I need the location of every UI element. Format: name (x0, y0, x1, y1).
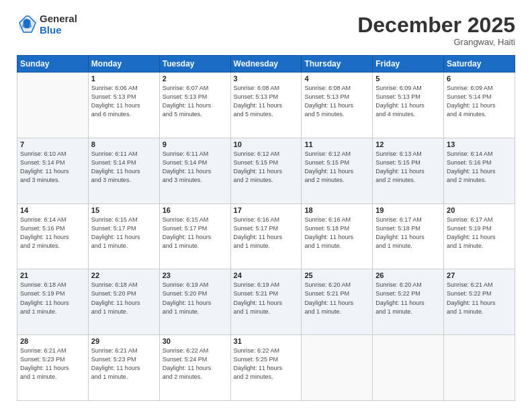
day-info: Sunrise: 6:09 AM Sunset: 5:14 PM Dayligh… (447, 84, 512, 119)
calendar-cell: 23Sunrise: 6:19 AM Sunset: 5:20 PM Dayli… (159, 269, 230, 335)
calendar-cell: 24Sunrise: 6:19 AM Sunset: 5:21 PM Dayli… (230, 269, 302, 335)
calendar-week-4: 21Sunrise: 6:18 AM Sunset: 5:19 PM Dayli… (17, 269, 515, 335)
day-info: Sunrise: 6:07 AM Sunset: 5:13 PM Dayligh… (163, 84, 228, 119)
calendar-cell: 25Sunrise: 6:20 AM Sunset: 5:21 PM Dayli… (302, 269, 373, 335)
calendar-cell: 1Sunrise: 6:06 AM Sunset: 5:13 PM Daylig… (88, 73, 159, 138)
col-wednesday: Wednesday (230, 56, 302, 73)
logo-icon (17, 15, 37, 35)
day-info: Sunrise: 6:15 AM Sunset: 5:17 PM Dayligh… (91, 216, 157, 250)
day-info: Sunrise: 6:21 AM Sunset: 5:22 PM Dayligh… (447, 281, 512, 316)
calendar-week-2: 7Sunrise: 6:10 AM Sunset: 5:14 PM Daylig… (17, 138, 515, 203)
day-info: Sunrise: 6:21 AM Sunset: 5:23 PM Dayligh… (20, 347, 85, 381)
calendar-cell: 8Sunrise: 6:11 AM Sunset: 5:14 PM Daylig… (88, 138, 159, 203)
day-number: 10 (234, 140, 299, 148)
day-number: 18 (304, 206, 369, 214)
day-number: 5 (375, 75, 441, 83)
day-number: 15 (91, 206, 157, 214)
calendar-cell: 19Sunrise: 6:17 AM Sunset: 5:18 PM Dayli… (373, 203, 444, 269)
day-number: 3 (234, 75, 299, 83)
calendar-cell: 12Sunrise: 6:13 AM Sunset: 5:15 PM Dayli… (373, 138, 444, 203)
day-info: Sunrise: 6:17 AM Sunset: 5:19 PM Dayligh… (447, 216, 512, 250)
logo-general-text: General (40, 13, 77, 25)
calendar-week-5: 28Sunrise: 6:21 AM Sunset: 5:23 PM Dayli… (17, 335, 515, 401)
day-info: Sunrise: 6:18 AM Sunset: 5:19 PM Dayligh… (20, 281, 85, 316)
day-number: 31 (234, 337, 299, 345)
calendar-cell: 2Sunrise: 6:07 AM Sunset: 5:13 PM Daylig… (159, 73, 230, 138)
day-info: Sunrise: 6:11 AM Sunset: 5:14 PM Dayligh… (91, 150, 157, 185)
day-info: Sunrise: 6:20 AM Sunset: 5:21 PM Dayligh… (304, 281, 369, 316)
day-info: Sunrise: 6:18 AM Sunset: 5:20 PM Dayligh… (91, 281, 157, 316)
day-info: Sunrise: 6:12 AM Sunset: 5:15 PM Dayligh… (234, 150, 299, 185)
calendar-cell: 14Sunrise: 6:14 AM Sunset: 5:16 PM Dayli… (17, 203, 89, 269)
day-info: Sunrise: 6:16 AM Sunset: 5:17 PM Dayligh… (234, 216, 299, 250)
day-number: 24 (234, 271, 299, 279)
calendar-cell: 4Sunrise: 6:08 AM Sunset: 5:13 PM Daylig… (302, 73, 373, 138)
day-info: Sunrise: 6:22 AM Sunset: 5:24 PM Dayligh… (163, 347, 228, 381)
day-info: Sunrise: 6:13 AM Sunset: 5:15 PM Dayligh… (375, 150, 441, 185)
day-number: 25 (304, 271, 369, 279)
month-title: December 2025 (357, 13, 515, 37)
day-number: 2 (163, 75, 228, 83)
calendar-cell: 29Sunrise: 6:21 AM Sunset: 5:23 PM Dayli… (88, 335, 159, 401)
calendar-cell: 22Sunrise: 6:18 AM Sunset: 5:20 PM Dayli… (88, 269, 159, 335)
day-number: 19 (375, 206, 441, 214)
col-thursday: Thursday (302, 56, 373, 73)
calendar-cell (444, 335, 515, 401)
calendar-cell: 11Sunrise: 6:12 AM Sunset: 5:15 PM Dayli… (302, 138, 373, 203)
day-info: Sunrise: 6:06 AM Sunset: 5:13 PM Dayligh… (91, 84, 157, 119)
day-info: Sunrise: 6:20 AM Sunset: 5:22 PM Dayligh… (375, 281, 441, 316)
col-sunday: Sunday (17, 56, 89, 73)
day-number: 16 (163, 206, 228, 214)
calendar-cell: 9Sunrise: 6:11 AM Sunset: 5:14 PM Daylig… (159, 138, 230, 203)
day-number: 17 (234, 206, 299, 214)
day-number: 11 (304, 140, 369, 148)
day-info: Sunrise: 6:15 AM Sunset: 5:17 PM Dayligh… (163, 216, 228, 250)
calendar-cell: 16Sunrise: 6:15 AM Sunset: 5:17 PM Dayli… (159, 203, 230, 269)
day-number: 6 (447, 75, 512, 83)
location-subtitle: Grangwav, Haiti (357, 37, 515, 47)
day-info: Sunrise: 6:21 AM Sunset: 5:23 PM Dayligh… (91, 347, 157, 381)
calendar-cell (373, 335, 444, 401)
day-info: Sunrise: 6:08 AM Sunset: 5:13 PM Dayligh… (234, 84, 299, 119)
col-monday: Monday (88, 56, 159, 73)
day-number: 8 (91, 140, 157, 148)
page: General Blue December 2025 Grangwav, Hai… (0, 0, 532, 411)
day-info: Sunrise: 6:10 AM Sunset: 5:14 PM Dayligh… (20, 150, 85, 185)
day-number: 12 (375, 140, 441, 148)
calendar-cell: 3Sunrise: 6:08 AM Sunset: 5:13 PM Daylig… (230, 73, 302, 138)
calendar-cell: 26Sunrise: 6:20 AM Sunset: 5:22 PM Dayli… (373, 269, 444, 335)
day-number: 20 (447, 206, 512, 214)
calendar-cell: 30Sunrise: 6:22 AM Sunset: 5:24 PM Dayli… (159, 335, 230, 401)
calendar-cell: 15Sunrise: 6:15 AM Sunset: 5:17 PM Dayli… (88, 203, 159, 269)
day-number: 23 (163, 271, 228, 279)
calendar-cell (302, 335, 373, 401)
day-number: 1 (91, 75, 157, 83)
calendar-table: Sunday Monday Tuesday Wednesday Thursday… (17, 55, 515, 401)
day-info: Sunrise: 6:17 AM Sunset: 5:18 PM Dayligh… (375, 216, 441, 250)
header: General Blue December 2025 Grangwav, Hai… (17, 13, 515, 47)
day-info: Sunrise: 6:11 AM Sunset: 5:14 PM Dayligh… (163, 150, 228, 185)
calendar-cell: 21Sunrise: 6:18 AM Sunset: 5:19 PM Dayli… (17, 269, 89, 335)
calendar-cell: 6Sunrise: 6:09 AM Sunset: 5:14 PM Daylig… (444, 73, 515, 138)
calendar-cell: 5Sunrise: 6:09 AM Sunset: 5:13 PM Daylig… (373, 73, 444, 138)
calendar-cell: 13Sunrise: 6:14 AM Sunset: 5:16 PM Dayli… (444, 138, 515, 203)
calendar-cell: 20Sunrise: 6:17 AM Sunset: 5:19 PM Dayli… (444, 203, 515, 269)
day-number: 28 (20, 337, 85, 345)
calendar-cell: 28Sunrise: 6:21 AM Sunset: 5:23 PM Dayli… (17, 335, 89, 401)
calendar-week-1: 1Sunrise: 6:06 AM Sunset: 5:13 PM Daylig… (17, 73, 515, 138)
day-info: Sunrise: 6:14 AM Sunset: 5:16 PM Dayligh… (447, 150, 512, 185)
day-number: 14 (20, 206, 85, 214)
col-saturday: Saturday (444, 56, 515, 73)
day-info: Sunrise: 6:19 AM Sunset: 5:21 PM Dayligh… (234, 281, 299, 316)
calendar-cell: 18Sunrise: 6:16 AM Sunset: 5:18 PM Dayli… (302, 203, 373, 269)
day-number: 22 (91, 271, 157, 279)
col-tuesday: Tuesday (159, 56, 230, 73)
header-row: Sunday Monday Tuesday Wednesday Thursday… (17, 56, 515, 73)
day-info: Sunrise: 6:19 AM Sunset: 5:20 PM Dayligh… (163, 281, 228, 316)
logo-blue-text: Blue (40, 25, 77, 36)
day-number: 29 (91, 337, 157, 345)
calendar-cell (17, 73, 89, 138)
logo-text: General Blue (40, 13, 77, 36)
calendar-cell: 31Sunrise: 6:22 AM Sunset: 5:25 PM Dayli… (230, 335, 302, 401)
logo: General Blue (17, 13, 77, 36)
